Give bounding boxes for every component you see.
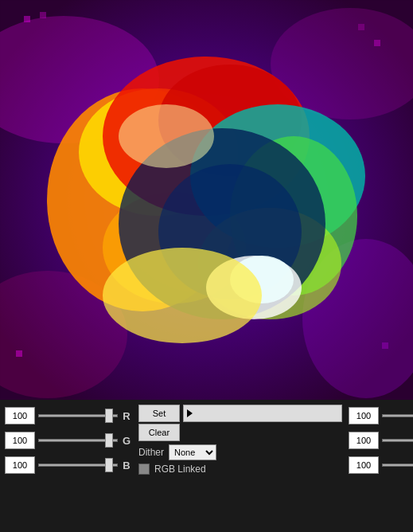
right-g-slider-row: 100 G — [349, 429, 413, 452]
b-slider[interactable] — [38, 456, 118, 474]
svg-rect-25 — [16, 350, 22, 357]
right-r-slider-row: 100 R — [349, 405, 413, 427]
b-slider-row: 100 B — [5, 454, 132, 476]
right-g-slider[interactable] — [382, 432, 413, 449]
svg-rect-23 — [358, 24, 364, 30]
svg-rect-22 — [40, 12, 46, 18]
svg-rect-26 — [382, 342, 388, 349]
b-value-box[interactable]: 100 — [5, 456, 35, 474]
right-rgb-sliders: 100 R 100 G 100 — [342, 405, 413, 529]
b-label: B — [121, 460, 132, 471]
right-r-slider[interactable] — [382, 407, 413, 424]
middle-controls: Set Clear Dither None Ordered Random — [132, 405, 342, 529]
right-b-slider-row: 100 B — [349, 454, 413, 476]
r-slider-row: 100 R — [5, 405, 132, 427]
set-button[interactable]: Set — [138, 405, 180, 422]
r-slider[interactable] — [38, 407, 118, 424]
left-rgb-sliders: 100 R 100 G 100 — [5, 405, 132, 529]
g-value-box[interactable]: 100 — [5, 432, 35, 449]
svg-rect-24 — [374, 40, 380, 46]
right-g-value-box[interactable]: 100 — [349, 432, 379, 449]
dither-select[interactable]: None Ordered Random — [169, 444, 216, 460]
clear-button[interactable]: Clear — [138, 424, 180, 441]
image-canvas[interactable] — [0, 0, 413, 400]
cursor-preview — [183, 405, 342, 422]
r-label: R — [121, 410, 132, 422]
right-r-value-box[interactable]: 100 — [349, 407, 379, 424]
svg-point-17 — [103, 248, 262, 343]
cursor-arrow-icon — [187, 409, 193, 417]
controls-panel: 100 R 100 G 100 — [0, 400, 413, 532]
g-slider-row: 100 G — [5, 429, 132, 452]
right-b-slider[interactable] — [382, 456, 413, 474]
right-b-value-box[interactable]: 100 — [349, 456, 379, 474]
set-clear-group: Set Clear — [138, 405, 180, 441]
set-clear-cursor-row: Set Clear — [138, 405, 342, 441]
dither-row: Dither None Ordered Random — [138, 444, 342, 460]
rgb-linked-label: RGB Linked — [154, 464, 206, 475]
rgb-linked-row: RGB Linked — [138, 464, 342, 475]
g-slider[interactable] — [38, 432, 118, 449]
rgb-linked-checkbox[interactable] — [138, 464, 150, 475]
dither-label: Dither — [138, 447, 164, 458]
r-value-box[interactable]: 100 — [5, 407, 35, 424]
svg-point-18 — [119, 104, 214, 168]
svg-rect-21 — [24, 16, 30, 22]
g-label: G — [121, 435, 132, 447]
